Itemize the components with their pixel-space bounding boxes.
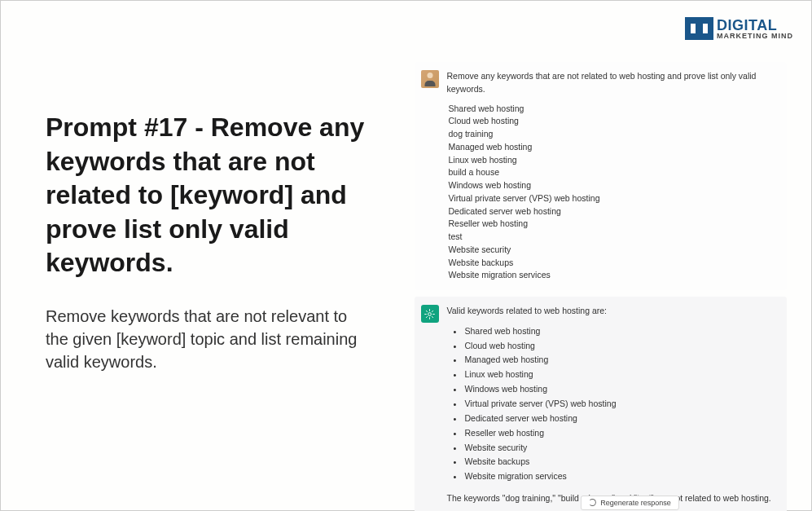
logo-text-top: DIGITAL	[717, 18, 793, 33]
list-item: Cloud web hosting	[457, 339, 778, 354]
list-item: Managed web hosting	[449, 141, 778, 154]
list-item: Shared web hosting	[449, 103, 778, 116]
list-item: Virtual private server (VPS) web hosting	[457, 397, 778, 412]
chat-panel: Remove any keywords that are not related…	[406, 1, 812, 510]
logo-text: DIGITAL MARKETING MIND	[717, 18, 793, 40]
list-item: Website migration services	[457, 469, 778, 484]
list-item: Windows web hosting	[449, 179, 778, 192]
prompt-title: Prompt #17 - Remove any keywords that ar…	[46, 111, 374, 280]
list-item: Website security	[457, 441, 778, 456]
user-keyword-list: Shared web hostingCloud web hostingdog t…	[449, 103, 778, 283]
list-item: Reseller web hosting	[449, 218, 778, 231]
regenerate-button[interactable]: Regenerate response	[581, 496, 679, 510]
list-item: Website backups	[457, 455, 778, 469]
left-content-panel: Prompt #17 - Remove any keywords that ar…	[1, 1, 406, 510]
refresh-icon	[589, 499, 596, 506]
ai-avatar-icon	[421, 305, 439, 323]
logo-text-bottom: MARKETING MIND	[717, 33, 793, 40]
list-item: Windows web hosting	[457, 382, 778, 397]
brand-logo: DIGITAL MARKETING MIND	[685, 17, 793, 40]
user-prompt-text: Remove any keywords that are not related…	[447, 70, 778, 96]
svg-point-0	[428, 312, 432, 315]
list-item: Shared web hosting	[457, 324, 778, 339]
list-item: Linux web hosting	[457, 368, 778, 382]
list-item: Website backups	[449, 257, 778, 270]
list-item: Reseller web hosting	[457, 426, 778, 441]
list-item: dog training	[449, 128, 778, 141]
slide-container: DIGITAL MARKETING MIND Prompt #17 - Remo…	[0, 0, 812, 511]
list-item: Managed web hosting	[457, 353, 778, 368]
prompt-description: Remove keywords that are not relevant to…	[46, 305, 374, 373]
list-item: Virtual private server (VPS) web hosting	[449, 192, 778, 205]
assistant-valid-keyword-list: Shared web hostingCloud web hostingManag…	[457, 324, 778, 484]
regenerate-label: Regenerate response	[600, 499, 671, 507]
assistant-message: Valid keywords related to web hosting ar…	[415, 297, 788, 511]
list-item: Website migration services	[449, 269, 778, 282]
list-item: Dedicated server web hosting	[449, 205, 778, 218]
user-message: Remove any keywords that are not related…	[415, 62, 788, 290]
list-item: Linux web hosting	[449, 154, 778, 167]
list-item: Cloud web hosting	[449, 115, 778, 128]
user-avatar-icon	[421, 70, 439, 88]
list-item: Website security	[449, 244, 778, 257]
list-item: test	[449, 231, 778, 244]
assistant-intro-text: Valid keywords related to web hosting ar…	[447, 305, 778, 318]
list-item: Dedicated server web hosting	[457, 412, 778, 426]
list-item: build a house	[449, 166, 778, 179]
logo-icon	[685, 17, 713, 40]
